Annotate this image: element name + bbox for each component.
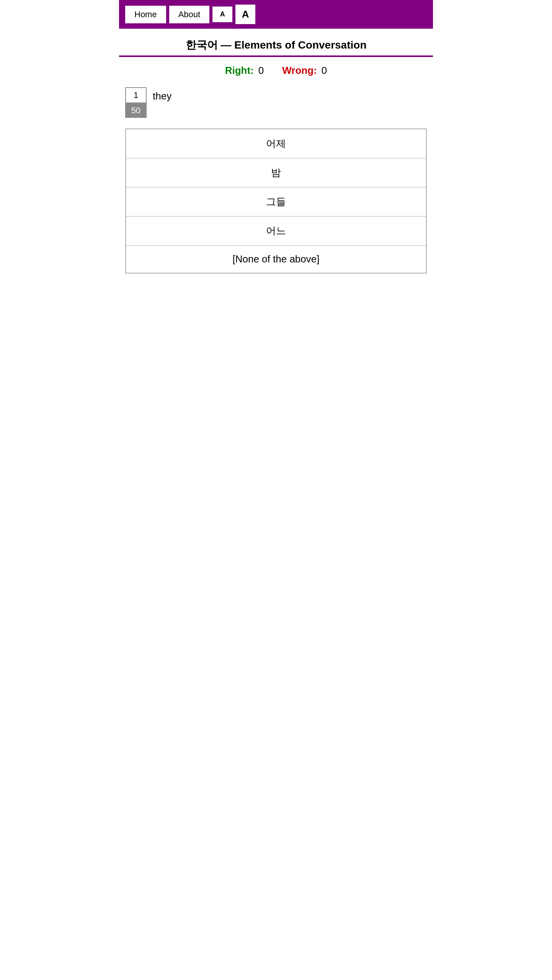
- right-label: Right:: [225, 65, 254, 77]
- counter-current: 1: [125, 87, 147, 103]
- font-large-button[interactable]: A: [235, 5, 255, 24]
- right-score: Right: 0: [225, 65, 264, 77]
- about-button[interactable]: About: [169, 6, 210, 23]
- choice-item[interactable]: 밤: [126, 158, 426, 187]
- wrong-score: Wrong: 0: [282, 65, 327, 77]
- question-section: 1 50 they: [119, 84, 433, 124]
- wrong-label: Wrong:: [282, 65, 317, 77]
- counter-total: 50: [125, 103, 147, 118]
- question-counter: 1 50: [125, 87, 147, 118]
- choice-item[interactable]: [None of the above]: [126, 246, 426, 273]
- choice-item[interactable]: 어제: [126, 129, 426, 158]
- title-section: 한국어 — Elements of Conversation: [119, 29, 433, 57]
- home-button[interactable]: Home: [125, 6, 166, 23]
- right-value: 0: [258, 65, 264, 77]
- choice-item[interactable]: 어느: [126, 217, 426, 246]
- navbar: Home About A A: [119, 0, 433, 29]
- font-small-button[interactable]: A: [212, 7, 232, 22]
- choices-container: 어제밤그들어느[None of the above]: [125, 129, 427, 273]
- choice-item[interactable]: 그들: [126, 187, 426, 217]
- wrong-value: 0: [322, 65, 327, 77]
- page-title: 한국어 — Elements of Conversation: [125, 38, 427, 52]
- question-word: they: [153, 87, 171, 102]
- score-section: Right: 0 Wrong: 0: [119, 57, 433, 84]
